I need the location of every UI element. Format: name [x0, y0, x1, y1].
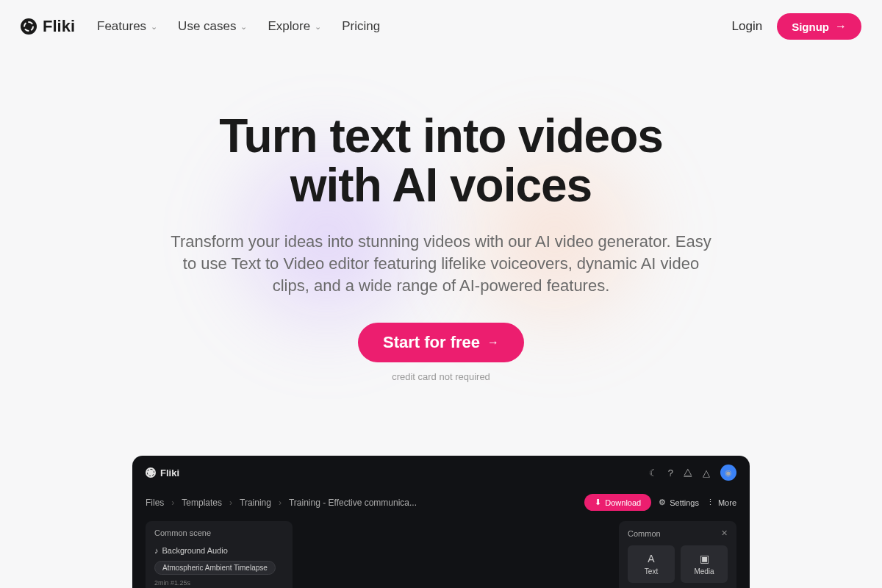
background-audio-item[interactable]: ♪Background Audio: [154, 543, 284, 558]
center-canvas: [303, 521, 609, 573]
gear-icon: ⚙: [659, 498, 666, 507]
tile-text[interactable]: AText: [628, 545, 675, 583]
left-panel-title: Common scene: [154, 528, 284, 537]
hero-title: Turn text into videos with AI voices: [15, 112, 867, 210]
settings-button[interactable]: ⚙Settings: [659, 498, 699, 507]
more-button[interactable]: ⋮More: [706, 498, 736, 507]
nav-explore[interactable]: Explore⌄: [268, 19, 321, 34]
left-panel: Common scene ♪Background Audio Atmospher…: [146, 521, 293, 588]
logo-icon: [21, 18, 37, 35]
text-icon: A: [632, 553, 670, 564]
tile-media[interactable]: ▣Media: [681, 545, 728, 583]
hero-note: credit card not required: [15, 371, 867, 382]
breadcrumb-files[interactable]: Files: [146, 498, 164, 508]
download-icon: ⬇: [595, 498, 601, 507]
breadcrumb-training[interactable]: Training: [240, 498, 271, 508]
right-panel-title: Common: [628, 529, 661, 538]
avatar[interactable]: ◉: [720, 465, 736, 481]
app-actions: ⬇Download ⚙Settings ⋮More: [584, 494, 736, 511]
app-preview: Fliki ☾ ? ⧋ △ ◉ Files› Templates› Traini…: [132, 456, 750, 588]
music-icon: ♪: [154, 546, 159, 555]
app-breadcrumb-bar: Files› Templates› Training› Training - E…: [132, 490, 750, 521]
duration-label: 2min #1.25s: [154, 579, 284, 587]
moon-icon[interactable]: ☾: [649, 467, 658, 478]
app-body: Common scene ♪Background Audio Atmospher…: [132, 521, 750, 588]
arrow-right-icon: →: [835, 20, 847, 33]
signup-button[interactable]: Signup→: [777, 13, 861, 40]
tiles: AText ▣Media: [628, 545, 728, 583]
app-logo: Fliki: [146, 467, 179, 478]
nav-use-cases[interactable]: Use cases⌄: [178, 19, 247, 34]
brand-name: Fliki: [43, 17, 75, 36]
nav-features[interactable]: Features⌄: [97, 19, 157, 34]
top-nav: Fliki Features⌄ Use cases⌄ Explore⌄ Pric…: [0, 0, 882, 53]
close-icon[interactable]: ✕: [721, 528, 728, 538]
media-icon: ▣: [685, 553, 723, 564]
dots-icon: ⋮: [706, 498, 714, 507]
app-topbar-icons: ☾ ? ⧋ △ ◉: [649, 465, 736, 481]
app-topbar: Fliki ☾ ? ⧋ △ ◉: [132, 456, 750, 490]
start-free-button[interactable]: Start for free→: [358, 323, 524, 362]
right-panel: Common ✕ AText ▣Media: [619, 521, 736, 588]
flame-icon[interactable]: ⧋: [684, 467, 692, 478]
download-button[interactable]: ⬇Download: [584, 494, 651, 511]
hero-subtitle: Transform your ideas into stunning video…: [169, 231, 713, 296]
chevron-down-icon: ⌄: [151, 22, 157, 32]
bell-icon[interactable]: △: [703, 467, 710, 478]
audio-tag[interactable]: Atmospheric Ambient Timelapse: [154, 561, 276, 575]
nav-right: Login Signup→: [732, 13, 861, 40]
chevron-down-icon: ⌄: [315, 22, 321, 32]
nav-pricing[interactable]: Pricing: [342, 19, 380, 34]
chevron-down-icon: ⌄: [240, 22, 247, 32]
help-icon[interactable]: ?: [668, 467, 673, 478]
nav-items: Features⌄ Use cases⌄ Explore⌄ Pricing: [97, 19, 710, 34]
hero: Turn text into videos with AI voices Tra…: [0, 53, 882, 412]
logo-icon: [146, 467, 156, 478]
login-link[interactable]: Login: [732, 19, 763, 34]
arrow-right-icon: →: [487, 336, 499, 349]
breadcrumb-templates[interactable]: Templates: [182, 498, 222, 508]
breadcrumb-current[interactable]: Training - Effective communica...: [289, 498, 417, 508]
logo[interactable]: Fliki: [21, 17, 75, 36]
